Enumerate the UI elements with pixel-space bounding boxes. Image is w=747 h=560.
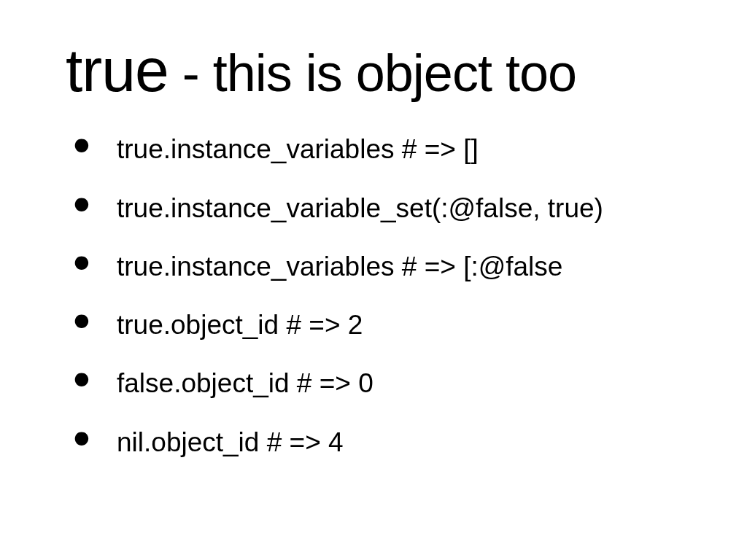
list-item: true.instance_variables # => [] [66,133,681,166]
list-item: false.object_id # => 0 [66,367,681,400]
slide: true - this is object too true.instance_… [0,0,747,560]
title-code: true [66,36,169,104]
title-rest: - this is object too [169,44,576,102]
list-item: true.object_id # => 2 [66,308,681,342]
slide-title: true - this is object too [66,36,681,104]
list-item: true.instance_variable_set(:@false, true… [66,192,681,225]
list-item: nil.object_id # => 4 [66,426,681,459]
bullet-list: true.instance_variables # => [] true.ins… [66,133,681,459]
list-item: true.instance_variables # => [:@false [66,250,681,284]
